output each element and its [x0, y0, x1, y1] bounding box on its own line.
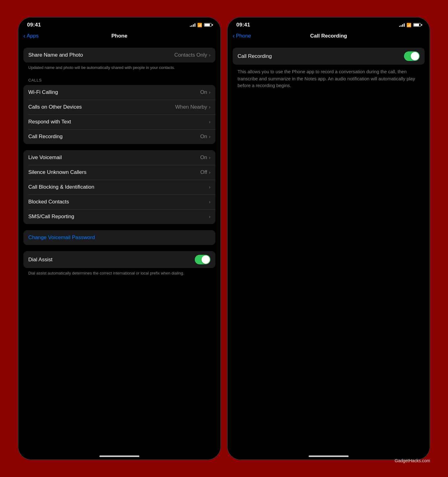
back-chevron-icon: ‹ [23, 32, 26, 39]
share-description: Updated name and photo will be automatic… [23, 62, 215, 72]
right-back-label: Phone [236, 33, 251, 39]
call-blocking-row[interactable]: Call Blocking & Identification › [23, 180, 215, 194]
change-voicemail-password-label: Change Voicemail Password [28, 234, 95, 241]
dial-assist-group: Dial Assist [23, 251, 215, 268]
calls-section: CALLS Wi-Fi Calling On › Calls on Other … [23, 78, 215, 144]
calls-group: Wi-Fi Calling On › Calls on Other Device… [23, 85, 215, 144]
wifi-icon: 📶 [406, 23, 411, 27]
blocked-contacts-right: › [209, 199, 210, 204]
calls-section-label: CALLS [23, 78, 215, 82]
right-status-time: 09:41 [236, 22, 250, 28]
live-voicemail-row[interactable]: Live Voicemail On › [23, 150, 215, 165]
wifi-icon: 📶 [197, 23, 202, 27]
live-voicemail-value: On [200, 154, 207, 161]
chevron-right-icon: › [209, 155, 210, 160]
left-nav-bar: ‹ Apps Phone [18, 30, 220, 43]
signal-bars-icon [399, 23, 405, 27]
wifi-calling-value: On [200, 89, 207, 95]
chevron-right-icon: › [209, 214, 210, 219]
change-voicemail-group: Change Voicemail Password [23, 230, 215, 245]
dial-assist-label: Dial Assist [28, 257, 52, 263]
blocked-contacts-label: Blocked Contacts [28, 199, 69, 205]
toggle-thumb [202, 255, 210, 264]
watermark: GadgetHacks.com [395, 458, 430, 463]
right-status-icons: 📶 [399, 23, 421, 27]
call-recording-value: On [200, 134, 207, 140]
live-voicemail-label: Live Voicemail [28, 154, 62, 161]
wifi-calling-right: On › [200, 89, 210, 95]
right-back-button[interactable]: ‹ Phone [233, 33, 251, 39]
call-recording-section: Call Recording This allows you to use th… [233, 48, 425, 93]
live-voicemail-right: On › [200, 154, 210, 161]
outer-container: 09:41 📶 ‹ Apps Phone [12, 11, 436, 466]
right-nav-bar: ‹ Phone Call Recording [228, 30, 430, 43]
right-nav-title: Call Recording [310, 33, 347, 39]
calls-other-devices-value: When Nearby [175, 104, 207, 110]
chevron-right-icon: › [209, 119, 210, 124]
left-nav-title: Phone [111, 33, 127, 39]
call-recording-row[interactable]: Call Recording On › [23, 129, 215, 144]
silence-unknown-callers-right: Off › [200, 169, 210, 175]
right-home-indicator [228, 449, 430, 459]
share-name-photo-row[interactable]: Share Name and Photo Contacts Only › [23, 48, 215, 62]
wifi-calling-label: Wi-Fi Calling [28, 89, 58, 95]
chevron-right-icon: › [209, 90, 210, 95]
call-recording-toggle[interactable] [404, 51, 420, 61]
voicemail-group: Live Voicemail On › Silence Unknown Call… [23, 150, 215, 224]
dial-assist-section: Dial Assist Dial assist automatically de… [23, 251, 215, 277]
calls-other-devices-label: Calls on Other Devices [28, 104, 82, 110]
sms-call-reporting-right: › [209, 214, 210, 219]
right-status-bar: 09:41 📶 [228, 18, 430, 30]
call-recording-label: Call Recording [28, 134, 63, 140]
share-section: Share Name and Photo Contacts Only › Upd… [23, 48, 215, 72]
blocked-contacts-row[interactable]: Blocked Contacts › [23, 194, 215, 209]
calls-other-devices-right: When Nearby › [175, 104, 210, 110]
share-name-photo-label: Share Name and Photo [28, 52, 83, 58]
battery-icon [413, 23, 421, 27]
sms-call-reporting-label: SMS/Call Reporting [28, 214, 74, 220]
left-status-bar: 09:41 📶 [18, 18, 220, 30]
change-voicemail-password-row[interactable]: Change Voicemail Password [23, 230, 215, 245]
respond-with-text-row[interactable]: Respond with Text › [23, 114, 215, 129]
left-status-time: 09:41 [27, 22, 41, 28]
home-bar [309, 455, 349, 457]
silence-unknown-callers-value: Off [200, 169, 207, 175]
call-blocking-label: Call Blocking & Identification [28, 184, 94, 190]
call-blocking-right: › [209, 185, 210, 190]
sms-call-reporting-row[interactable]: SMS/Call Reporting › [23, 209, 215, 224]
chevron-right-icon: › [209, 199, 210, 204]
back-chevron-icon: ‹ [233, 32, 235, 39]
chevron-right-icon: › [209, 134, 210, 139]
share-group: Share Name and Photo Contacts Only › [23, 48, 215, 62]
chevron-right-icon: › [209, 105, 210, 110]
call-recording-detail-group: Call Recording [233, 48, 425, 65]
call-recording-description: This allows you to use the Phone app to … [233, 65, 425, 93]
chevron-right-icon: › [209, 185, 210, 190]
toggle-thumb [411, 52, 419, 60]
left-phone: 09:41 📶 ‹ Apps Phone [18, 17, 221, 460]
left-screen-content: Share Name and Photo Contacts Only › Upd… [18, 43, 220, 449]
left-back-button[interactable]: ‹ Apps [23, 33, 38, 39]
dial-assist-toggle[interactable] [195, 255, 210, 264]
change-voicemail-section: Change Voicemail Password [23, 230, 215, 245]
right-phone: 09:41 📶 ‹ Phone Call Recording [227, 17, 430, 460]
chevron-right-icon: › [209, 170, 210, 175]
silence-unknown-callers-label: Silence Unknown Callers [28, 169, 86, 175]
share-name-photo-right: Contacts Only › [174, 52, 210, 58]
calls-other-devices-row[interactable]: Calls on Other Devices When Nearby › [23, 100, 215, 114]
dial-assist-description: Dial assist automatically determines the… [23, 268, 215, 277]
call-recording-detail-row[interactable]: Call Recording [233, 48, 425, 65]
chevron-right-icon: › [209, 53, 210, 58]
left-status-icons: 📶 [190, 23, 212, 27]
battery-icon [204, 23, 212, 27]
call-recording-right: On › [200, 134, 210, 140]
respond-with-text-right: › [209, 119, 210, 124]
left-home-indicator [18, 449, 220, 459]
right-screen-content: Call Recording This allows you to use th… [228, 43, 430, 449]
silence-unknown-callers-row[interactable]: Silence Unknown Callers Off › [23, 165, 215, 180]
signal-bars-icon [190, 23, 195, 27]
dial-assist-row[interactable]: Dial Assist [23, 251, 215, 268]
wifi-calling-row[interactable]: Wi-Fi Calling On › [23, 85, 215, 100]
call-recording-detail-label: Call Recording [238, 53, 272, 59]
voicemail-section: Live Voicemail On › Silence Unknown Call… [23, 150, 215, 224]
